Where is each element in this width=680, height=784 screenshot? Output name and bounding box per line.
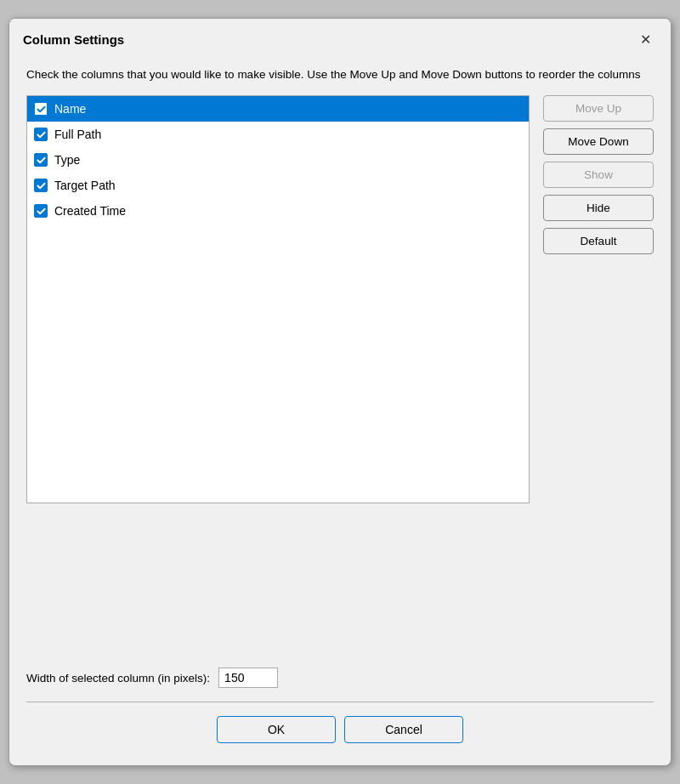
- show-button[interactable]: Show: [543, 162, 654, 188]
- list-item-label: Target Path: [54, 179, 116, 192]
- footer: OK Cancel: [26, 716, 654, 752]
- list-item[interactable]: Name: [27, 96, 529, 122]
- checkbox-icon: [34, 128, 48, 141]
- list-item[interactable]: Type: [27, 147, 529, 173]
- list-item[interactable]: Target Path: [27, 173, 529, 198]
- move-up-button[interactable]: Move Up: [543, 95, 654, 122]
- list-item-label: Full Path: [54, 128, 101, 141]
- column-list[interactable]: Name Full Path Type Target Path Created …: [26, 95, 530, 503]
- width-label: Width of selected column (in pixels):: [26, 672, 210, 685]
- move-down-button[interactable]: Move Down: [543, 128, 654, 155]
- list-item-label: Name: [54, 102, 86, 116]
- close-button[interactable]: ✕: [633, 27, 657, 51]
- checkbox-icon: [34, 153, 48, 167]
- list-item[interactable]: Full Path: [27, 122, 529, 147]
- list-item-label: Type: [54, 153, 80, 167]
- checkbox-icon: [34, 204, 48, 218]
- default-button[interactable]: Default: [543, 228, 654, 254]
- cancel-button[interactable]: Cancel: [344, 716, 463, 743]
- checkbox-icon: [34, 179, 48, 192]
- checkbox-icon: [34, 102, 48, 116]
- list-item-label: Created Time: [54, 204, 126, 218]
- width-input[interactable]: [218, 668, 278, 688]
- separator: [26, 702, 654, 702]
- dialog-title: Column Settings: [23, 32, 124, 47]
- buttons-panel: Move Up Move Down Show Hide Default: [543, 95, 654, 254]
- column-settings-dialog: Column Settings ✕ Check the columns that…: [8, 18, 672, 766]
- ok-button[interactable]: OK: [217, 716, 336, 743]
- hide-button[interactable]: Hide: [543, 195, 654, 221]
- main-area: Name Full Path Type Target Path Created …: [26, 95, 654, 650]
- description-text: Check the columns that you would like to…: [26, 66, 654, 83]
- dialog-content: Check the columns that you would like to…: [9, 58, 671, 765]
- width-section: Width of selected column (in pixels):: [26, 668, 654, 688]
- list-item[interactable]: Created Time: [27, 198, 529, 224]
- title-bar: Column Settings ✕: [9, 19, 671, 58]
